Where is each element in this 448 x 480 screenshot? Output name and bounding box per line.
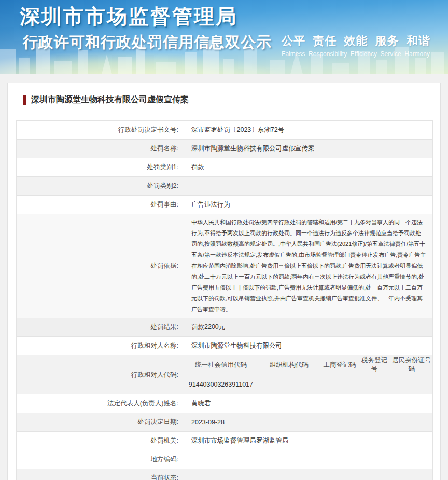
slogan-cn: 公平 责任 效能 服务 和谐	[282, 33, 430, 49]
page-title-row: 深圳市陶源堂生物科技有限公司虚假宣传案	[8, 83, 440, 113]
site-title: 深圳市市场监督管理局	[20, 3, 237, 31]
code-column-value	[321, 375, 358, 394]
row-value: 2023-09-28	[185, 413, 433, 432]
table-row: 法定代表人(负责人)姓名:黄晓君	[17, 394, 433, 413]
row-value: 黄晓君	[185, 394, 433, 413]
row-label: 处罚类别1:	[17, 158, 185, 177]
row-label: 处罚依据:	[17, 214, 185, 318]
code-value-row: 914403003263911017	[185, 375, 432, 394]
row-label: 处罚名称:	[17, 140, 185, 158]
content-card: 深圳市陶源堂生物科技有限公司虚假宣传案 行政处罚决定书文号:深市监罗处罚〔202…	[7, 83, 441, 480]
table-row: 当前状态:	[17, 469, 433, 480]
row-value: 深圳市市场监督管理局罗湖监管局	[185, 432, 433, 450]
code-column-value	[390, 375, 432, 394]
table-row: 处罚名称:深圳市陶源堂生物科技有限公司虚假宣传案	[17, 140, 433, 158]
row-label: 处罚决定日期:	[17, 413, 185, 432]
code-column-header: 统一社会信用代码	[185, 355, 257, 375]
row-value: 深市监罗处罚〔2023〕东湖72号	[185, 121, 433, 140]
code-column-value: 914403003263911017	[185, 375, 257, 394]
table-row: 行政处罚决定书文号:深市监罗处罚〔2023〕东湖72号	[17, 121, 433, 140]
row-value: 罚款	[185, 158, 433, 177]
page-title: 深圳市陶源堂生物科技有限公司虚假宣传案	[31, 94, 189, 105]
table-row: 地方编码:	[17, 450, 433, 469]
row-value: 中华人民共和国行政处罚法/第四章行政处罚的管辖和适用/第二十九条对当事人的同一个…	[185, 214, 433, 318]
row-value: 深圳市陶源堂生物科技有限公司虚假宣传案	[185, 140, 433, 158]
banner-subtitle: 行政许可和行政处罚信用信息双公示	[23, 32, 272, 53]
slogan-en: Faimess Responsibility Efficiency Servic…	[282, 50, 430, 58]
title-marker	[23, 95, 26, 105]
row-label: 处罚结果:	[17, 318, 185, 337]
row-value	[185, 177, 433, 196]
row-label: 行政相对人代码:	[17, 355, 185, 394]
row-label: 处罚事由:	[17, 196, 185, 214]
table-row: 行政相对人名称:深圳市陶源堂生物科技有限公司	[17, 337, 433, 355]
penalty-info-table: 行政处罚决定书文号:深市监罗处罚〔2023〕东湖72号处罚名称:深圳市陶源堂生物…	[16, 120, 433, 480]
table-row: 处罚决定日期:2023-09-28	[17, 413, 433, 432]
row-label: 当前状态:	[17, 469, 185, 480]
table-row: 处罚依据:中华人民共和国行政处罚法/第四章行政处罚的管辖和适用/第二十九条对当事…	[17, 214, 433, 318]
table-row: 处罚结果:罚款2200元	[17, 318, 433, 337]
row-label: 行政处罚决定书文号:	[17, 121, 185, 140]
site-banner: 深圳市市场监督管理局 行政许可和行政处罚信用信息双公示 公平 责任 效能 服务 …	[0, 0, 448, 74]
code-column-header: 税务登记号	[358, 355, 390, 375]
row-value	[185, 450, 433, 469]
code-column-header: 组织机构代码	[257, 355, 321, 375]
row-label: 地方编码:	[17, 450, 185, 469]
row-label: 处罚机关:	[17, 432, 185, 450]
row-value: 罚款2200元	[185, 318, 433, 337]
code-column-header: 工商登记码	[321, 355, 358, 375]
penalty-table-body: 行政处罚决定书文号:深市监罗处罚〔2023〕东湖72号处罚名称:深圳市陶源堂生物…	[17, 121, 433, 480]
row-value	[185, 469, 433, 480]
row-label: 行政相对人名称:	[17, 337, 185, 355]
row-value: 广告违法行为	[185, 196, 433, 214]
row-label: 处罚类别2:	[17, 177, 185, 196]
row-value: 深圳市陶源堂生物科技有限公司	[185, 337, 433, 355]
code-header-row: 统一社会信用代码组织机构代码工商登记码税务登记号居民身份证号码	[185, 355, 432, 375]
table-row: 处罚类别2:	[17, 177, 433, 196]
table-row: 处罚类别1:罚款	[17, 158, 433, 177]
code-column-value	[358, 375, 390, 394]
table-row: 处罚机关:深圳市市场监督管理局罗湖监管局	[17, 432, 433, 450]
row-label: 法定代表人(负责人)姓名:	[17, 394, 185, 413]
table-row: 处罚事由:广告违法行为	[17, 196, 433, 214]
code-column-header: 居民身份证号码	[390, 355, 432, 375]
slogan-block: 公平 责任 效能 服务 和谐 Faimess Responsibility Ef…	[282, 33, 430, 58]
code-column-value	[257, 375, 321, 394]
party-code-table: 统一社会信用代码组织机构代码工商登记码税务登记号居民身份证号码914403003…	[185, 355, 432, 394]
table-row: 行政相对人代码:统一社会信用代码组织机构代码工商登记码税务登记号居民身份证号码9…	[17, 355, 433, 394]
row-value: 统一社会信用代码组织机构代码工商登记码税务登记号居民身份证号码914403003…	[185, 355, 433, 394]
